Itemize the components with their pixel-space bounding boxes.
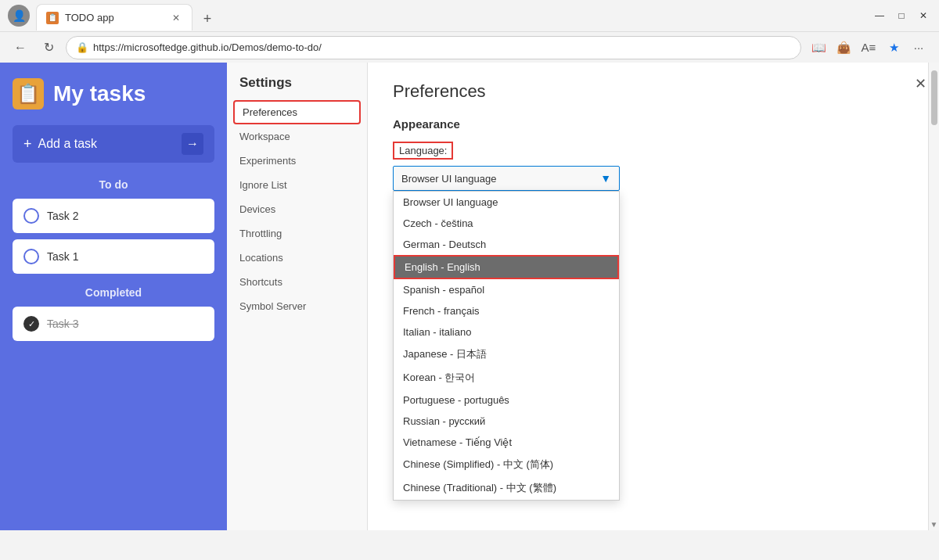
close-preferences-button[interactable]: ✕	[915, 75, 926, 92]
more-options-icon[interactable]: ···	[908, 37, 930, 59]
collections-icon[interactable]: 👜	[833, 37, 854, 59]
completed-section-title: Completed	[13, 286, 214, 299]
settings-item-ignore-list[interactable]: Ignore List	[227, 173, 367, 197]
settings-item-label: Preferences	[243, 106, 297, 118]
browser-content: 📋 My tasks + Add a task → To do Task 2 T…	[0, 63, 939, 530]
language-option-ja[interactable]: Japanese - 日本語	[394, 343, 619, 366]
language-option-zh-cn[interactable]: Chinese (Simplified) - 中文 (简体)	[394, 453, 619, 476]
preferences-title: Preferences	[393, 81, 914, 102]
language-option-es[interactable]: Spanish - español	[394, 279, 619, 300]
plus-icon: +	[23, 136, 32, 153]
task-text: Task 2	[47, 210, 78, 222]
completed-task-item[interactable]: ✓ Task 3	[13, 307, 214, 341]
language-option-ko[interactable]: Korean - 한국어	[394, 366, 619, 389]
task-complete-icon: ✓	[23, 316, 39, 332]
app-header: 📋 My tasks	[13, 78, 214, 109]
task-checkbox[interactable]	[23, 249, 39, 264]
task-text: Task 1	[47, 250, 78, 263]
language-select-container: Browser UI language ▼ Browser UI languag…	[393, 166, 620, 191]
settings-item-label: Symbol Server	[239, 300, 306, 312]
scroll-down-icon[interactable]: ▼	[930, 520, 938, 529]
language-option-browser-ui[interactable]: Browser UI language	[394, 192, 619, 213]
language-option-cs[interactable]: Czech - čeština	[394, 213, 619, 234]
tab-favicon: 📋	[46, 12, 59, 24]
back-button[interactable]: ←	[9, 37, 31, 59]
settings-item-experiments[interactable]: Experiments	[227, 149, 367, 173]
profile-icon[interactable]: 👤	[8, 5, 30, 27]
todo-section-title: To do	[13, 178, 214, 191]
settings-item-label: Ignore List	[239, 179, 287, 191]
language-dropdown-menu[interactable]: Browser UI language Czech - čeština Germ…	[393, 191, 620, 501]
language-option-ru[interactable]: Russian - русский	[394, 411, 619, 432]
read-aloud-icon[interactable]: 📖	[808, 37, 829, 59]
task-item[interactable]: Task 1	[13, 239, 214, 274]
settings-item-label: Throttling	[239, 228, 282, 239]
tab-close-button[interactable]: ✕	[170, 12, 182, 24]
language-option-it[interactable]: Italian - italiano	[394, 321, 619, 343]
preferences-panel: ✕ Preferences Appearance Language: Brows…	[368, 63, 939, 530]
settings-item-label: Workspace	[239, 131, 290, 142]
app-title: My tasks	[53, 81, 146, 106]
settings-item-locations[interactable]: Locations	[227, 246, 367, 270]
task-item[interactable]: Task 2	[13, 199, 214, 233]
favorites-icon[interactable]: ★	[883, 37, 905, 59]
language-dropdown[interactable]: Browser UI language ▼	[393, 166, 620, 191]
settings-item-label: Shortcuts	[239, 276, 282, 288]
language-option-pt[interactable]: Portuguese - português	[394, 389, 619, 411]
settings-panel: Settings Preferences Workspace Experimen…	[227, 63, 368, 530]
language-option-de[interactable]: German - Deutsch	[394, 234, 619, 255]
add-task-label: Add a task	[38, 137, 98, 151]
settings-item-label: Experiments	[239, 155, 296, 167]
selected-language-text: Browser UI language	[401, 173, 496, 185]
settings-item-shortcuts[interactable]: Shortcuts	[227, 270, 367, 294]
language-option-vi[interactable]: Vietnamese - Tiếng Việt	[394, 432, 619, 453]
app-logo: 📋	[13, 78, 44, 109]
settings-item-devices[interactable]: Devices	[227, 197, 367, 221]
title-bar: 👤 📋 TODO app ✕ + — □ ✕	[0, 0, 939, 31]
refresh-button[interactable]: ↻	[38, 37, 59, 59]
settings-item-workspace[interactable]: Workspace	[227, 124, 367, 149]
language-label: Language:	[393, 142, 453, 160]
language-option-en[interactable]: English - English	[394, 255, 619, 279]
language-option-zh-tw[interactable]: Chinese (Traditional) - 中文 (繁體)	[394, 476, 619, 500]
scrollbar-track[interactable]: ▼	[928, 63, 939, 530]
browser-tab[interactable]: 📋 TODO app ✕	[36, 4, 192, 31]
add-task-arrow[interactable]: →	[182, 133, 203, 155]
language-row: Language:	[393, 142, 914, 160]
settings-item-label: Locations	[239, 252, 283, 264]
settings-item-symbol-server[interactable]: Symbol Server	[227, 294, 367, 318]
language-option-fr[interactable]: French - français	[394, 300, 619, 321]
new-tab-button[interactable]: +	[196, 7, 219, 31]
settings-item-throttling[interactable]: Throttling	[227, 221, 367, 246]
url-text: https://microsoftedge.github.io/Demos/de…	[93, 41, 322, 53]
tab-title: TODO app	[65, 12, 164, 23]
settings-title: Settings	[227, 75, 367, 91]
scrollbar-thumb[interactable]	[931, 70, 937, 125]
completed-section: Completed ✓ Task 3	[13, 286, 214, 341]
url-input[interactable]: 🔒 https://microsoftedge.github.io/Demos/…	[66, 36, 801, 59]
todo-sidebar: 📋 My tasks + Add a task → To do Task 2 T…	[0, 63, 227, 530]
immersive-reader-icon[interactable]: A≡	[858, 37, 880, 59]
maximize-button[interactable]: □	[894, 8, 909, 23]
settings-item-preferences[interactable]: Preferences	[233, 100, 361, 124]
add-task-left: + Add a task	[23, 136, 97, 153]
address-bar: ← ↻ 🔒 https://microsoftedge.github.io/De…	[0, 31, 939, 63]
dropdown-arrow-icon: ▼	[600, 172, 611, 185]
add-task-button[interactable]: + Add a task →	[13, 125, 214, 163]
completed-task-text: Task 3	[47, 318, 78, 330]
settings-item-label: Devices	[239, 203, 275, 215]
appearance-section-header: Appearance	[393, 117, 914, 131]
minimize-button[interactable]: —	[872, 8, 887, 23]
task-checkbox[interactable]	[23, 208, 39, 224]
close-window-button[interactable]: ✕	[916, 8, 931, 23]
